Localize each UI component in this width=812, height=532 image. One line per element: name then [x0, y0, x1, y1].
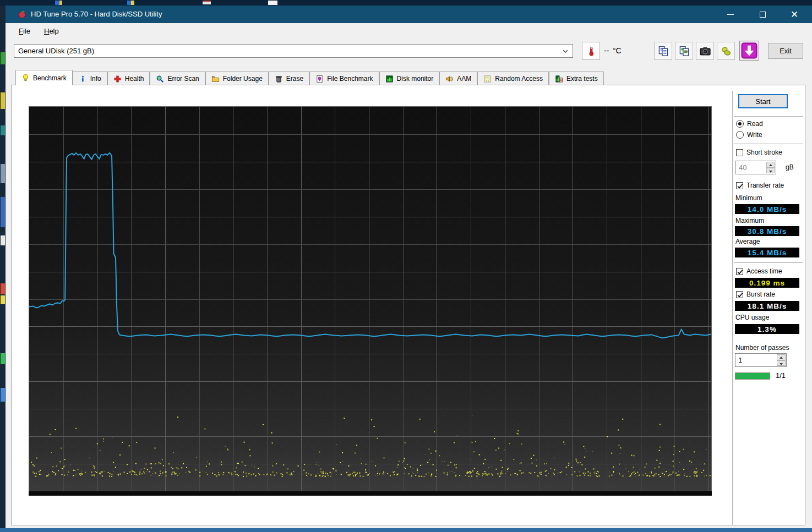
- background-app-icon: [203, 1, 211, 4]
- temperature-button[interactable]: [582, 42, 600, 60]
- disk-monitor-icon: [385, 75, 394, 83]
- average-value: 15.4 MB/s: [735, 248, 799, 257]
- write-radio[interactable]: [736, 131, 744, 139]
- desktop-icon-fragment: [1, 235, 5, 245]
- number-of-passes-spinner[interactable]: 1: [735, 353, 787, 367]
- short-stroke-unit-label: gB: [786, 163, 794, 171]
- write-radio-row[interactable]: Write: [736, 131, 762, 139]
- desktop-bottom-strip: [0, 528, 812, 532]
- access-time-value: 0.199 ms: [735, 278, 799, 288]
- extra-tests-icon: [555, 75, 563, 83]
- burst-rate-checkbox[interactable]: [736, 291, 743, 298]
- tab-label: Error Scan: [167, 75, 199, 83]
- tab-file-benchmark[interactable]: File Benchmark: [309, 72, 379, 85]
- start-button[interactable]: Start: [738, 94, 788, 108]
- read-radio-row[interactable]: Read: [736, 120, 763, 128]
- exit-button[interactable]: Exit: [768, 43, 803, 59]
- save-results-button[interactable]: [717, 42, 735, 60]
- update-download-button[interactable]: [739, 41, 759, 61]
- random-dots-icon: [483, 75, 492, 83]
- folder-icon: [211, 75, 220, 83]
- blobs-icon: [720, 45, 732, 57]
- desktop-icon-fragment: [1, 125, 5, 135]
- benchmark-plot-canvas: [29, 107, 711, 491]
- menu-help[interactable]: Help: [40, 25, 63, 37]
- maximum-value: 30.8 MB/s: [735, 226, 799, 236]
- tab-folder-usage[interactable]: Folder Usage: [205, 72, 269, 85]
- menu-bar: FileHelp: [6, 23, 812, 39]
- info-icon: [79, 75, 87, 83]
- access-time-label: Access time: [746, 267, 782, 275]
- desktop-icon-fragment: [1, 283, 5, 294]
- short-stroke-row[interactable]: Short stroke: [736, 149, 782, 156]
- desktop-icon-fragment: [1, 197, 5, 227]
- tab-label: Info: [90, 75, 101, 83]
- short-stroke-size-spinner[interactable]: 40: [735, 161, 776, 174]
- burst-rate-value: 18.1 MB/s: [735, 301, 799, 311]
- screenshot-button[interactable]: [696, 42, 714, 60]
- short-stroke-size-value: 40: [739, 163, 746, 172]
- spinner-up-button[interactable]: [777, 354, 786, 360]
- desktop-icon-fragment: [1, 388, 5, 402]
- tab-label: Disk monitor: [397, 75, 434, 83]
- desktop-icon-fragment: [1, 295, 5, 304]
- tab-label: Extra tests: [566, 75, 598, 83]
- copy-image-button[interactable]: [675, 42, 693, 60]
- maximize-button[interactable]: [750, 6, 775, 23]
- tab-extra-tests[interactable]: Extra tests: [549, 72, 604, 85]
- spinner-down-button[interactable]: [777, 360, 786, 366]
- short-stroke-label: Short stroke: [746, 149, 782, 156]
- drive-select-value: General UDisk (251 gB): [18, 47, 94, 55]
- tab-erase[interactable]: Erase: [269, 72, 309, 85]
- tab-error-scan[interactable]: Error Scan: [150, 72, 205, 85]
- panel-divider: [732, 91, 733, 525]
- panel-separator: [734, 262, 803, 263]
- average-label: Average: [735, 238, 760, 245]
- app-logo-icon: [18, 10, 26, 19]
- close-button[interactable]: ✕: [782, 6, 807, 23]
- window-title: HD Tune Pro 5.70 - Hard Disk/SSD Utility: [31, 10, 162, 18]
- pass-progress-label: 1/1: [776, 371, 786, 380]
- desktop-left-strip: [0, 6, 6, 528]
- camera-icon: [699, 45, 711, 57]
- title-bar: HD Tune Pro 5.70 - Hard Disk/SSD Utility…: [6, 6, 812, 23]
- pass-progress-fill: [735, 373, 770, 379]
- menu-file[interactable]: File: [14, 25, 35, 37]
- tab-disk-monitor[interactable]: Disk monitor: [379, 72, 440, 85]
- desktop-icon-fragment: [1, 52, 5, 64]
- copy-text-button[interactable]: [654, 42, 672, 60]
- chevron-down-icon: [562, 47, 569, 55]
- minimize-button[interactable]: [718, 6, 743, 23]
- tab-label: Folder Usage: [223, 75, 263, 83]
- desktop-icon-fragment: [1, 92, 5, 109]
- tab-aam[interactable]: AAM: [439, 72, 477, 85]
- short-stroke-checkbox[interactable]: [736, 149, 743, 156]
- tab-info[interactable]: Info: [73, 72, 107, 85]
- access-time-checkbox[interactable]: [736, 268, 743, 275]
- cpu-usage-label: CPU usage: [735, 314, 769, 321]
- minimum-value: 14.0 MB/s: [735, 204, 799, 214]
- transfer-rate-row[interactable]: Transfer rate: [736, 182, 784, 189]
- copy-image-pages-icon: [678, 45, 690, 57]
- tab-random-access[interactable]: Random Access: [477, 72, 549, 85]
- spinner-down-button[interactable]: [766, 168, 775, 174]
- maximum-label: Maximum: [735, 217, 764, 224]
- speaker-icon: [445, 75, 454, 83]
- tab-health[interactable]: Health: [107, 72, 150, 85]
- access-time-row[interactable]: Access time: [736, 267, 782, 275]
- burst-rate-row[interactable]: Burst rate: [736, 290, 775, 298]
- tab-bar: BenchmarkInfoHealthError ScanFolder Usag…: [15, 70, 604, 85]
- desktop-top-strip: [0, 0, 812, 6]
- read-radio[interactable]: [736, 120, 744, 128]
- burst-rate-label: Burst rate: [746, 290, 775, 298]
- pass-progress-bar: [735, 372, 770, 380]
- panel-separator: [734, 116, 803, 117]
- spinner-up-button[interactable]: [766, 162, 775, 168]
- temperature-unit: °C: [613, 46, 622, 55]
- transfer-rate-checkbox[interactable]: [736, 182, 743, 189]
- x-axis-bar: [29, 491, 712, 496]
- tab-benchmark[interactable]: Benchmark: [15, 70, 73, 85]
- file-bulb-icon: [315, 75, 324, 83]
- read-radio-label: Read: [747, 120, 763, 128]
- drive-select-dropdown[interactable]: General UDisk (251 gB): [14, 44, 573, 58]
